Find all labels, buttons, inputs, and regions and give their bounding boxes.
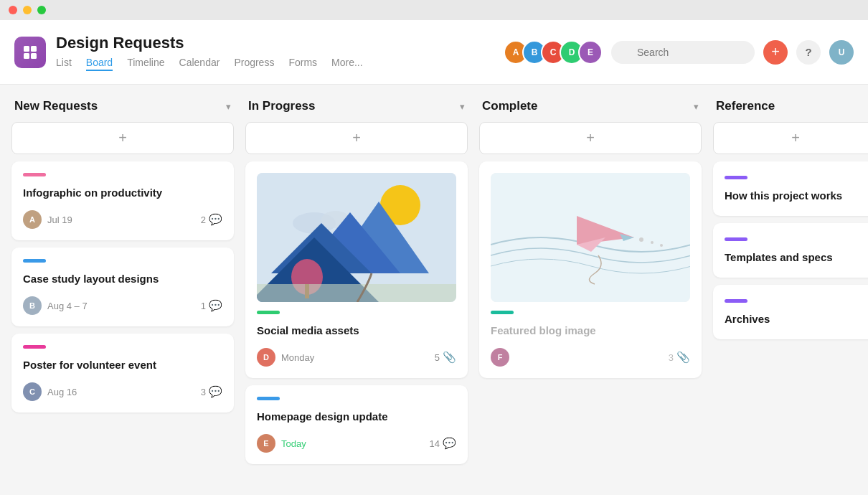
column-title-reference: Reference: [716, 99, 775, 113]
ref-accent-3: [725, 299, 747, 303]
ref-title-archives: Archives: [725, 313, 867, 325]
card-footer-homepage: E Today 14 💬: [257, 434, 456, 453]
svg-rect-15: [257, 284, 456, 302]
tab-calendar[interactable]: Calendar: [179, 57, 220, 71]
comment-count-homepage: 14: [430, 438, 440, 449]
user-avatar[interactable]: U: [829, 40, 854, 65]
card-meta-infographic: 2 💬: [201, 213, 222, 226]
card-footer-infographic: A Jul 19 2 💬: [23, 210, 222, 229]
card-meta-blog: 3 📎: [669, 351, 690, 364]
search-wrap: 🔍: [611, 41, 755, 64]
card-accent-social: [257, 311, 280, 314]
ref-card-archives: Archives: [713, 285, 868, 339]
card-accent-2: [23, 259, 46, 263]
project-name: Design Requests: [56, 34, 504, 52]
board: New Requests ▾ + Infographic on producti…: [0, 85, 868, 495]
ref-title-how: How this project works: [725, 189, 867, 202]
add-card-reference[interactable]: +: [713, 122, 868, 154]
add-card-new-requests[interactable]: +: [11, 122, 234, 154]
maximize-button[interactable]: [37, 6, 46, 14]
tab-board[interactable]: Board: [86, 57, 113, 71]
comment-icon-case-study: 💬: [209, 299, 222, 312]
card-meta-poster: 3 💬: [201, 385, 222, 398]
chevron-down-icon[interactable]: ▾: [226, 101, 231, 112]
column-header-new-requests: New Requests ▾: [11, 99, 234, 113]
tab-more[interactable]: More...: [331, 57, 363, 71]
comment-count-blog: 3: [669, 352, 674, 363]
card-footer-left-blog: F: [491, 348, 509, 367]
svg-point-23: [660, 244, 663, 247]
chevron-down-icon-3[interactable]: ▾: [694, 101, 699, 112]
add-button[interactable]: +: [763, 40, 788, 65]
card-date-social: Monday: [281, 352, 314, 363]
column-complete: Complete ▾ +: [479, 99, 702, 481]
card-avatar-case-study: B: [23, 296, 42, 315]
nav-tabs: List Board Timeline Calendar Progress Fo…: [56, 57, 504, 71]
card-infographic: Infographic on productivity A Jul 19 2 💬: [11, 161, 234, 240]
card-footer-blog: F 3 📎: [491, 348, 690, 367]
add-card-complete[interactable]: +: [479, 122, 702, 154]
column-in-progress: In Progress ▾ +: [245, 99, 468, 481]
svg-rect-0: [24, 46, 29, 52]
card-avatar-social: D: [257, 348, 275, 367]
card-avatar-poster: C: [23, 382, 42, 401]
card-title-homepage: Homepage design update: [257, 409, 456, 424]
card-image-blog: [491, 173, 690, 302]
close-button[interactable]: [9, 6, 17, 14]
app-icon: [14, 37, 46, 68]
card-featured-blog: Featured blog image F 3 📎: [479, 161, 702, 378]
ref-title-templates: Templates and specs: [725, 251, 867, 263]
card-footer-left-3: C Aug 16: [23, 382, 77, 401]
tab-timeline[interactable]: Timeline: [127, 57, 164, 71]
card-date-infographic: Jul 19: [47, 214, 72, 225]
card-footer-left: A Jul 19: [23, 210, 72, 229]
ref-accent-2: [725, 237, 747, 241]
column-title-complete: Complete: [482, 99, 537, 113]
card-footer-poster: C Aug 16 3 💬: [23, 382, 222, 401]
svg-rect-1: [31, 46, 37, 52]
card-image-social-media: [257, 173, 456, 302]
card-accent-homepage: [257, 397, 280, 400]
card-date-case-study: Aug 4 – 7: [47, 301, 88, 311]
svg-point-21: [639, 237, 643, 242]
tab-list[interactable]: List: [56, 57, 72, 71]
card-title-case-study: Case study layout designs: [23, 271, 222, 286]
attachment-icon-blog: 📎: [676, 351, 690, 364]
column-header-complete: Complete ▾: [479, 99, 702, 113]
ref-card-templates: Templates and specs: [713, 223, 868, 278]
titlebar: [0, 0, 868, 20]
comment-count-infographic: 2: [201, 214, 206, 225]
tab-forms[interactable]: Forms: [288, 57, 317, 71]
ref-accent-1: [725, 176, 747, 179]
column-title-in-progress: In Progress: [248, 99, 316, 113]
tab-progress[interactable]: Progress: [234, 57, 274, 71]
comment-count-social: 5: [435, 352, 440, 363]
help-button[interactable]: ?: [796, 40, 821, 65]
card-avatar-blog: F: [491, 348, 509, 367]
add-card-in-progress[interactable]: +: [245, 122, 468, 154]
comment-icon-homepage: 💬: [443, 437, 456, 450]
card-homepage: Homepage design update E Today 14 💬: [245, 385, 468, 464]
svg-rect-3: [31, 53, 37, 59]
card-poster: Poster for volunteer event C Aug 16 3 💬: [11, 334, 234, 412]
avatar-5[interactable]: E: [578, 40, 603, 65]
card-footer-left-social: D Monday: [257, 348, 314, 367]
header-titles: Design Requests List Board Timeline Cale…: [56, 34, 504, 71]
column-reference: Reference ▾ + How this project works Tem…: [713, 99, 868, 481]
svg-rect-2: [24, 53, 29, 59]
comment-icon-poster: 💬: [209, 385, 222, 398]
comment-count-poster: 3: [201, 387, 206, 397]
card-date-poster: Aug 16: [47, 387, 77, 397]
card-accent: [23, 173, 46, 176]
card-social-media: Social media assets D Monday 5 📎: [245, 161, 468, 378]
chevron-down-icon-2[interactable]: ▾: [460, 101, 465, 112]
card-case-study: Case study layout designs B Aug 4 – 7 1 …: [11, 248, 234, 326]
card-accent-blog: [491, 311, 514, 314]
column-header-reference: Reference ▾: [713, 99, 868, 113]
attachment-icon-social: 📎: [443, 351, 456, 364]
column-header-in-progress: In Progress ▾: [245, 99, 468, 113]
column-title-new-requests: New Requests: [14, 99, 98, 113]
minimize-button[interactable]: [23, 6, 32, 14]
search-input[interactable]: [611, 41, 755, 64]
card-meta-homepage: 14 💬: [430, 437, 456, 450]
